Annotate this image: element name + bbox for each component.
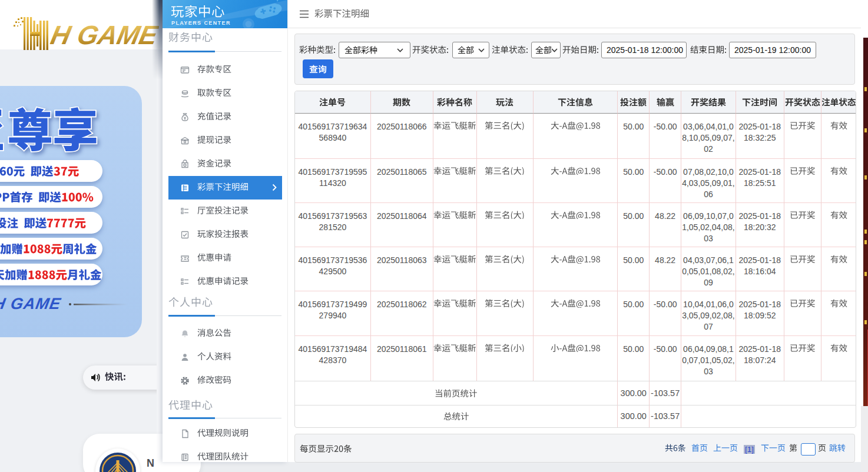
- svg-text:HH GAME: HH GAME: [0, 294, 62, 313]
- svg-text:H GAME: H GAME: [48, 20, 159, 49]
